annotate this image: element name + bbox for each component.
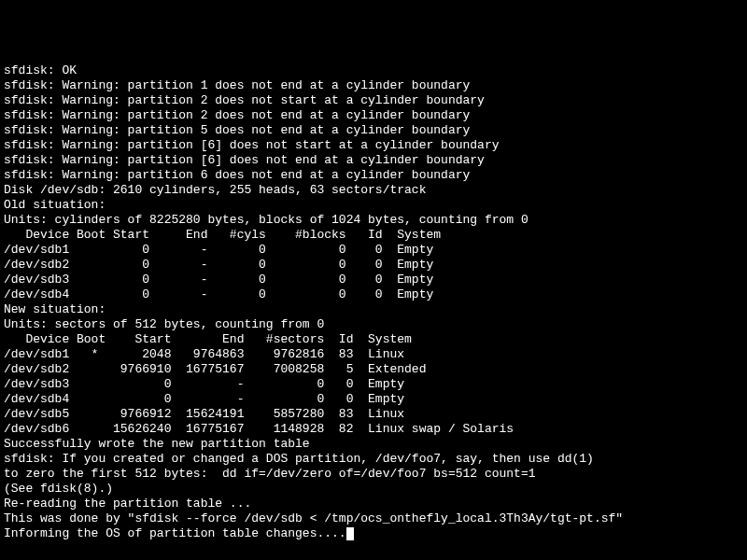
terminal-line: /dev/sdb2 0 - 0 0 0 Empty <box>4 258 743 273</box>
terminal-line: sfdisk: Warning: partition [6] does not … <box>4 153 743 168</box>
terminal-header: Device Boot Start End #cyls #blocks Id S… <box>4 228 743 243</box>
terminal-line: sfdisk: Warning: partition 2 does not en… <box>4 108 743 123</box>
terminal-line: /dev/sdb5 9766912 15624191 5857280 83 Li… <box>4 407 743 422</box>
terminal-line: Units: cylinders of 8225280 bytes, block… <box>4 213 743 228</box>
terminal-line: /dev/sdb2 9766910 16775167 7008258 5 Ext… <box>4 362 743 377</box>
terminal-line: /dev/sdb4 0 - 0 0 Empty <box>4 392 743 407</box>
terminal-line: /dev/sdb1 * 2048 9764863 9762816 83 Linu… <box>4 347 743 362</box>
terminal-line: sfdisk: Warning: partition [6] does not … <box>4 138 743 153</box>
terminal-line: /dev/sdb3 0 - 0 0 0 Empty <box>4 273 743 287</box>
terminal-line: /dev/sdb6 15626240 16775167 1148928 82 L… <box>4 422 743 437</box>
terminal-line: (See fdisk(8).) <box>4 482 743 497</box>
terminal-line: sfdisk: Warning: partition 6 does not en… <box>4 168 743 183</box>
terminal-line: Disk /dev/sdb: 2610 cylinders, 255 heads… <box>4 183 743 198</box>
terminal-header: Device Boot Start End #sectors Id System <box>4 332 743 347</box>
terminal-line: This was done by "sfdisk --force /dev/sd… <box>4 511 743 526</box>
terminal-line: sfdisk: Warning: partition 5 does not en… <box>4 123 743 138</box>
terminal-line: /dev/sdb3 0 - 0 0 Empty <box>4 377 743 392</box>
terminal-line: Re-reading the partition table ... <box>4 497 743 511</box>
terminal-line: Old situation: <box>4 198 743 213</box>
terminal-line-with-cursor: Informing the OS of partition table chan… <box>4 526 743 541</box>
terminal-output[interactable]: sfdisk: OKsfdisk: Warning: partition 1 d… <box>4 63 743 541</box>
terminal-line: New situation: <box>4 302 743 317</box>
terminal-line: /dev/sdb1 0 - 0 0 0 Empty <box>4 243 743 258</box>
terminal-text: Informing the OS of partition table chan… <box>4 526 346 540</box>
cursor-icon <box>346 527 354 540</box>
terminal-line: /dev/sdb4 0 - 0 0 0 Empty <box>4 287 743 302</box>
terminal-line: sfdisk: Warning: partition 1 does not en… <box>4 78 743 93</box>
terminal-line: sfdisk: Warning: partition 2 does not st… <box>4 93 743 108</box>
terminal-line: Successfully wrote the new partition tab… <box>4 437 743 452</box>
terminal-line: sfdisk: If you created or changed a DOS … <box>4 452 743 467</box>
terminal-line: Units: sectors of 512 bytes, counting fr… <box>4 317 743 332</box>
terminal-line: sfdisk: OK <box>4 63 743 78</box>
terminal-line: to zero the first 512 bytes: dd if=/dev/… <box>4 467 743 482</box>
